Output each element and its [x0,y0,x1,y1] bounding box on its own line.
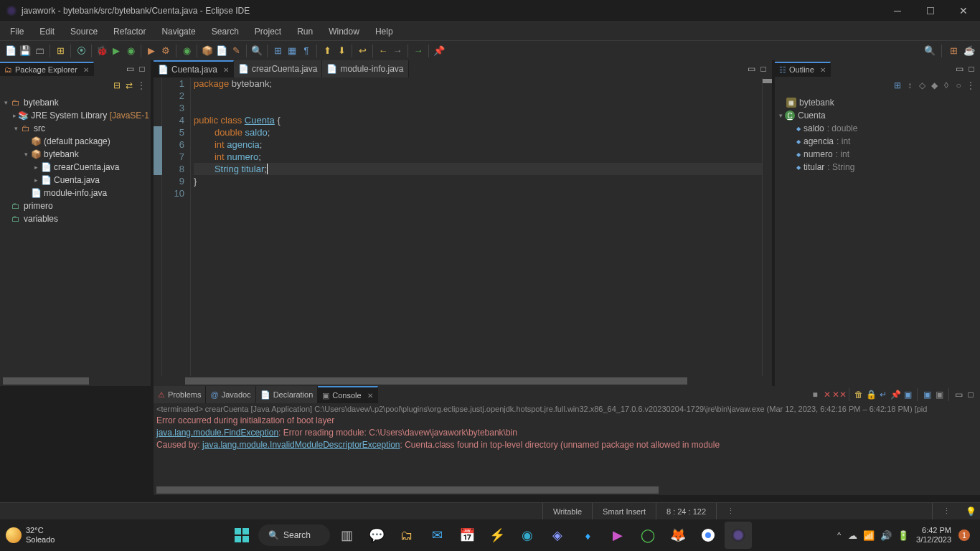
task-view-icon[interactable]: ▥ [333,522,360,549]
hide-nonpublic-icon[interactable]: ◊ [941,80,951,90]
run-icon[interactable]: ▶ [110,44,123,57]
toggle-block-icon[interactable]: ▦ [286,44,298,57]
menu-edit[interactable]: Edit [32,24,62,39]
terminate-icon[interactable]: ■ [810,390,820,400]
menu-search[interactable]: Search [204,24,246,39]
minimize-button[interactable]: ─ [881,0,914,22]
close-icon[interactable]: ✕ [223,66,229,74]
menu-project[interactable]: Project [248,24,288,39]
outline-tab[interactable]: ☷ Outline ✕ [775,62,831,77]
menu-navigate[interactable]: Navigate [154,24,202,39]
start-button[interactable] [228,522,255,549]
tab-cuenta[interactable]: 📄 Cuenta.java ✕ [154,60,234,77]
focus-icon[interactable]: ⊞ [892,80,903,90]
quick-access-icon[interactable]: 🔍 [923,44,936,57]
save-icon[interactable]: 💾 [19,44,32,57]
volume-icon[interactable]: 🔊 [880,530,892,541]
forward-history-icon[interactable]: → [412,44,425,57]
file-crearcuenta[interactable]: ▸📄crearCuenta.java [1,161,149,174]
maximize-view-icon[interactable]: □ [966,390,976,400]
annotation-next-icon[interactable]: ⬇ [335,44,348,57]
view-menu-icon[interactable]: ⋮ [136,80,146,90]
mail-icon[interactable]: ✉ [423,522,451,549]
battery-icon[interactable]: 🔋 [897,530,909,541]
remove-all-icon[interactable]: ✕✕ [834,390,844,400]
word-wrap-icon[interactable]: ↵ [878,390,888,400]
explorer-icon[interactable]: 🗂 [393,522,420,549]
collapse-all-icon[interactable]: ⊟ [112,80,122,90]
hide-static-icon[interactable]: ◆ [929,80,939,90]
outline-field-saldo[interactable]: ◆saldo: double [776,122,979,135]
view-menu-icon[interactable]: ⋮ [966,80,976,90]
tab-problems[interactable]: ⚠Problems [154,386,206,403]
code-editor[interactable]: 1 2 3 4 5 6 7 8 9 10 package bytebank; p… [154,77,772,376]
close-icon[interactable]: ✕ [820,66,826,74]
open-type-icon[interactable]: ✎ [230,44,242,57]
close-button[interactable]: ✕ [947,0,980,22]
circle-icon[interactable]: ◯ [634,522,661,549]
eclipse-taskbar-icon[interactable] [725,522,752,549]
project-node[interactable]: ▾🗀bytebank [1,96,149,109]
file-cuenta[interactable]: ▸📄Cuenta.java [1,174,149,187]
new-icon[interactable]: 📄 [4,44,17,57]
save-all-icon[interactable]: 🗃 [33,44,46,57]
status-trim-icon[interactable]: ⋮ [932,503,961,519]
media-icon[interactable]: ▶ [604,522,631,549]
skip-breakpoints-icon[interactable]: ⦿ [75,44,88,57]
forward-icon[interactable]: → [391,44,404,57]
close-icon[interactable]: ✕ [367,392,373,400]
toggle-mark-icon[interactable]: ⊞ [271,44,284,57]
notification-badge[interactable]: 1 [958,529,970,541]
firefox-icon[interactable]: 🦊 [664,522,692,549]
chrome-icon[interactable] [694,522,722,549]
calendar-icon[interactable]: 📅 [453,522,481,549]
app-icon[interactable]: ⚡ [484,522,511,549]
pin-editor-icon[interactable]: 📌 [433,44,446,57]
dropbox-icon[interactable]: ⬧ [574,522,601,549]
menu-refactor[interactable]: Refactor [106,24,153,39]
outline-field-numero[interactable]: ◆numero: int [776,148,979,161]
menu-window[interactable]: Window [321,24,367,39]
back-icon[interactable]: ← [377,44,390,57]
minimize-view-icon[interactable]: ▭ [125,64,135,74]
maximize-button[interactable] [914,0,947,22]
last-edit-icon[interactable]: ↩ [356,44,369,57]
menu-file[interactable]: File [3,24,31,39]
chat-icon[interactable]: 💬 [363,522,390,549]
new-package-icon[interactable]: 📦 [201,44,214,57]
hide-fields-icon[interactable]: ◇ [917,80,927,90]
system-clock[interactable]: 6:42 PM 3/12/2023 [916,526,951,545]
maximize-editor-icon[interactable]: □ [758,64,768,74]
tab-moduleinfo[interactable]: 📄 module-info.java [322,60,408,77]
close-icon[interactable]: ✕ [83,66,89,74]
file-module-info[interactable]: 📄module-info.java [1,187,149,199]
tab-console[interactable]: ▣Console✕ [318,386,377,403]
onedrive-icon[interactable]: ☁ [848,530,857,541]
jre-node[interactable]: ▸📚JRE System Library [JavaSE-1 [1,109,149,122]
toggle-breadcrumb-icon[interactable]: ⊞ [54,44,67,57]
project-variables[interactable]: 🗀variables [1,212,149,225]
show-console-icon[interactable]: ▣ [934,390,944,400]
package-node[interactable]: ▾📦bytebank [1,148,149,161]
remove-launch-icon[interactable]: ✕ [822,390,832,400]
wifi-icon[interactable]: 📶 [863,530,875,541]
edge-icon[interactable]: ◉ [514,522,541,549]
src-folder-node[interactable]: ▾🗀src [1,122,149,135]
minimize-editor-icon[interactable]: ▭ [746,64,756,74]
console-output[interactable]: Error occurred during initialization of … [154,415,980,485]
tray-chevron-icon[interactable]: ^ [837,531,841,540]
run-last-icon[interactable]: ▶ [145,44,158,57]
display-console-icon[interactable]: ▣ [903,390,913,400]
external-tools-icon[interactable]: ⚙ [159,44,172,57]
maximize-view-icon[interactable]: □ [137,64,147,74]
overview-ruler[interactable] [762,77,772,376]
open-console-icon[interactable]: ▣ [922,390,932,400]
console-scrollbar[interactable] [156,486,659,494]
tab-javadoc[interactable]: @Javadoc [206,386,255,403]
outline-class[interactable]: ▾CCuenta [776,109,979,122]
menu-run[interactable]: Run [290,24,320,39]
new-java-project-icon[interactable]: ◉ [180,44,193,57]
open-perspective-icon[interactable]: ⊞ [947,44,960,57]
new-class-icon[interactable]: 📄 [215,44,228,57]
search-icon[interactable]: 🔍 [250,44,263,57]
